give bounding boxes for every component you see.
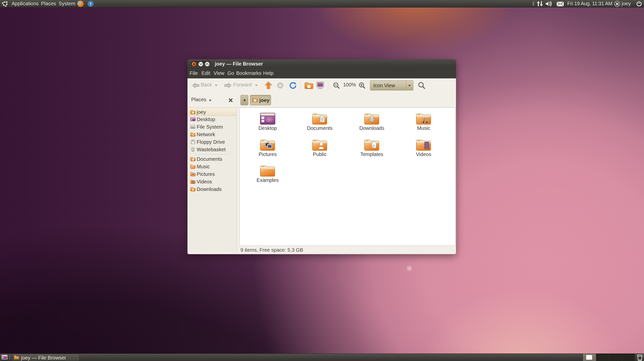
svg-text:?: ? bbox=[90, 2, 92, 6]
